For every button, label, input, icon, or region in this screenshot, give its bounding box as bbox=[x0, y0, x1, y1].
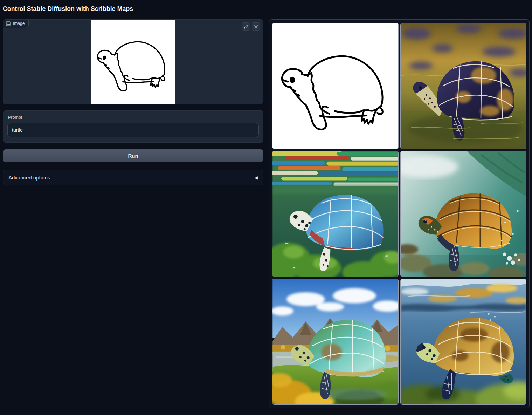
gallery-image-golden-water bbox=[401, 23, 526, 149]
gallery-image-scribble bbox=[272, 23, 398, 149]
gallery-item-stream[interactable] bbox=[400, 151, 527, 277]
prompt-input[interactable] bbox=[7, 123, 259, 137]
page-title: Control Stable Diffusion with Scribble M… bbox=[3, 0, 529, 19]
output-column bbox=[269, 19, 530, 408]
advanced-options-label: Advanced options bbox=[8, 175, 50, 181]
output-gallery bbox=[269, 19, 530, 408]
image-icon bbox=[6, 21, 11, 26]
prompt-panel: Prompt bbox=[3, 110, 263, 143]
clear-image-button[interactable] bbox=[252, 22, 260, 31]
accordion-collapse-icon: ◀ bbox=[255, 175, 258, 180]
gallery-image-lake bbox=[272, 279, 398, 404]
controls-column: Image bbox=[3, 19, 263, 185]
image-label-text: Image bbox=[13, 21, 25, 26]
image-stage bbox=[3, 20, 263, 104]
pencil-icon bbox=[244, 25, 248, 29]
prompt-label: Prompt bbox=[8, 115, 258, 120]
gallery-item-underwater[interactable] bbox=[400, 279, 527, 405]
gallery-image-painted bbox=[272, 151, 398, 277]
gallery-item-lake[interactable] bbox=[272, 279, 399, 405]
gallery-image-stream bbox=[401, 151, 526, 277]
gallery-item-painted[interactable] bbox=[272, 151, 399, 277]
scribble-turtle-drawing bbox=[91, 20, 175, 104]
image-toolbar bbox=[242, 22, 260, 31]
input-image-panel: Image bbox=[3, 19, 263, 104]
input-scribble-image[interactable] bbox=[91, 20, 175, 104]
app-root: Control Stable Diffusion with Scribble M… bbox=[0, 0, 532, 408]
image-component-label: Image bbox=[3, 20, 29, 28]
gallery-image-underwater bbox=[401, 279, 526, 404]
main-layout: Image bbox=[3, 19, 529, 408]
close-icon bbox=[254, 25, 258, 29]
gallery-item-golden-water[interactable] bbox=[400, 23, 527, 149]
run-button[interactable]: Run bbox=[3, 149, 263, 162]
gallery-item-scribble[interactable] bbox=[272, 23, 399, 149]
advanced-options-accordion[interactable]: Advanced options ◀ bbox=[3, 170, 263, 185]
edit-image-button[interactable] bbox=[242, 22, 250, 31]
